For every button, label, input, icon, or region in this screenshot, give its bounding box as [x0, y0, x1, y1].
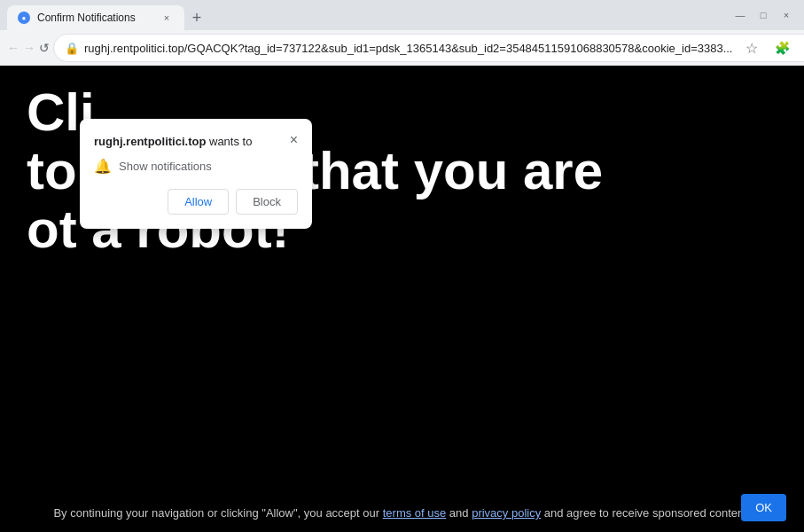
tab-title: Confirm Notifications — [37, 12, 152, 24]
address-bar[interactable]: 🔒 rughj.rentpolitici.top/GQACQK?tag_id=7… — [53, 34, 804, 62]
popup-wants-to: wants to — [206, 135, 252, 148]
popup-notification-text: Show notifications — [119, 160, 212, 173]
navigation-bar: ← → ↺ 🔒 rughj.rentpolitici.top/GQACQK?ta… — [0, 30, 804, 66]
popup-notification-row: 🔔 Show notifications — [94, 158, 298, 175]
title-bar: ● Confirm Notifications × + — □ × — [0, 0, 804, 30]
reload-button[interactable]: ↺ — [39, 34, 50, 62]
new-tab-button[interactable]: + — [184, 5, 209, 30]
footer-text-before: By continuing your navigation or clickin… — [53, 506, 382, 520]
tab-favicon: ● — [18, 12, 30, 24]
block-button[interactable]: Block — [236, 189, 298, 215]
browser-window: ● Confirm Notifications × + — □ × ← → ↺ … — [0, 0, 804, 532]
footer-text-between: and — [446, 506, 472, 520]
address-bar-actions: ☆ 🧩 ⊙ ⋮ — [738, 34, 804, 62]
popup-close-button[interactable]: × — [290, 133, 298, 147]
tab-bar: ● Confirm Notifications × + — [7, 0, 722, 30]
allow-button[interactable]: Allow — [168, 189, 229, 215]
close-window-button[interactable]: × — [776, 4, 797, 26]
bell-icon: 🔔 — [94, 158, 112, 175]
popup-site-wants: rughj.rentpolitici.top wants to — [94, 133, 252, 149]
forward-button[interactable]: → — [23, 34, 35, 62]
lock-icon: 🔒 — [65, 42, 79, 55]
popup-buttons: Allow Block — [94, 189, 298, 215]
maximize-button[interactable]: □ — [753, 4, 774, 26]
account-button[interactable]: ⊙ — [798, 34, 804, 62]
ok-button[interactable]: OK — [741, 494, 786, 521]
extensions-button[interactable]: 🧩 — [768, 34, 796, 62]
back-button[interactable]: ← — [7, 34, 20, 62]
tab-close-button[interactable]: × — [160, 11, 174, 25]
window-controls: — □ × — [730, 4, 797, 26]
notification-popup: rughj.rentpolitici.top wants to × 🔔 Show… — [80, 119, 312, 229]
active-tab[interactable]: ● Confirm Notifications × — [7, 5, 184, 30]
url-text: rughj.rentpolitici.top/GQACQK?tag_id=737… — [84, 42, 732, 55]
footer-text-after: and agree to receive sponsored content. — [541, 506, 750, 520]
page-content: Cli to confirm that you are ot a robot! … — [0, 66, 804, 532]
popup-site-name: rughj.rentpolitici.top — [94, 135, 206, 148]
minimize-button[interactable]: — — [730, 4, 751, 26]
popup-header: rughj.rentpolitici.top wants to × — [94, 133, 298, 149]
privacy-policy-link[interactable]: privacy policy — [472, 506, 541, 520]
page-footer-bar: By continuing your navigation or clickin… — [0, 494, 804, 532]
terms-of-use-link[interactable]: terms of use — [383, 506, 447, 520]
bookmark-button[interactable]: ☆ — [738, 34, 766, 62]
